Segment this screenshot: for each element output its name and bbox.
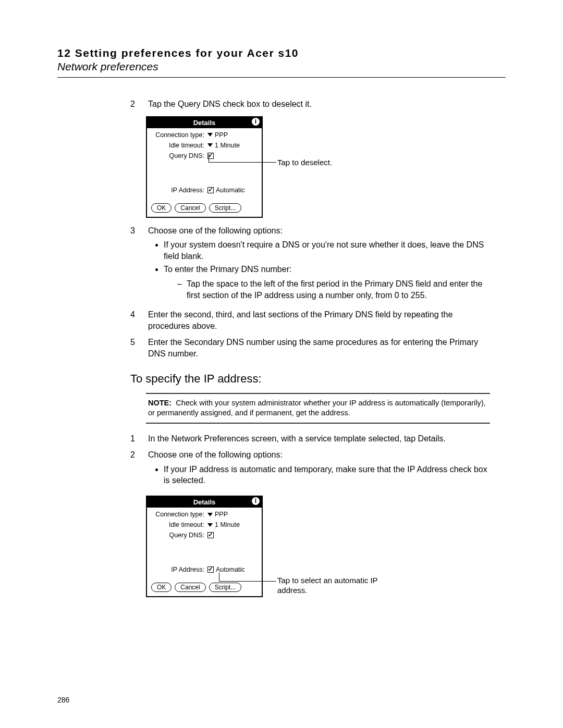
callout-lead: [219, 581, 276, 582]
info-icon[interactable]: i: [252, 497, 260, 505]
step-number: 3: [130, 225, 148, 304]
ip-address-checkbox[interactable]: [207, 566, 214, 573]
callout-lead: [219, 573, 219, 581]
script-button[interactable]: Script...: [209, 203, 242, 213]
connection-type-value: PPP: [215, 131, 228, 139]
list-item: To enter the Primary DNS number: Tap the…: [164, 264, 490, 301]
step-text: Choose one of the following options:: [148, 449, 490, 461]
step-text: In the Network Preferences screen, with …: [148, 433, 490, 445]
ip-address-checkbox[interactable]: [207, 187, 214, 193]
idle-timeout-dropdown[interactable]: 1 Minute: [207, 142, 240, 149]
step-2: 2 Tap the Query DNS check box to deselec…: [130, 98, 490, 110]
subheading: To specify the IP address:: [130, 372, 506, 386]
connection-type-dropdown[interactable]: PPP: [207, 511, 228, 518]
callout-lead: [209, 162, 276, 163]
step-5: 5 Enter the Secondary DNS number using t…: [130, 337, 490, 359]
list-item: If your system doesn't require a DNS or …: [164, 239, 490, 262]
step-text: Tap the Query DNS check box to deselect …: [148, 98, 490, 110]
idle-timeout-value: 1 Minute: [215, 142, 240, 149]
step-number: 4: [130, 309, 148, 331]
idle-timeout-dropdown[interactable]: 1 Minute: [207, 521, 240, 528]
ip-step-2: 2 Choose one of the following options: I…: [130, 449, 490, 489]
list-item: Tap the space to the left of the first p…: [177, 278, 490, 301]
step-number: 2: [130, 98, 148, 110]
query-dns-label: Query DNS:: [151, 532, 207, 539]
cancel-button[interactable]: Cancel: [175, 203, 205, 213]
section-title: Network preferences: [57, 60, 506, 73]
step-text: Enter the Secondary DNS number using the…: [148, 337, 490, 359]
dialog-title: Details i: [147, 117, 262, 128]
figure-callout: Tap to deselect.: [277, 158, 332, 168]
header-rule: [57, 77, 506, 78]
figure-details-dns: Details i Connection type: PPP Idle time…: [146, 116, 506, 218]
note-block: NOTE: Check with your system administrat…: [146, 393, 490, 424]
script-button[interactable]: Script...: [209, 583, 242, 592]
step-text: Enter the second, third, and last sectio…: [148, 309, 490, 331]
connection-type-label: Connection type:: [151, 131, 207, 139]
query-dns-label: Query DNS:: [151, 152, 207, 159]
ok-button[interactable]: OK: [151, 203, 172, 213]
ip-step-1: 1 In the Network Preferences screen, wit…: [130, 433, 490, 445]
step-number: 1: [130, 433, 148, 445]
figure-callout: Tap to select an automatic IP address.: [277, 576, 382, 596]
dropdown-icon: [207, 143, 213, 147]
step-number: 2: [130, 449, 148, 489]
idle-timeout-label: Idle timeout:: [151, 521, 207, 528]
dropdown-icon: [207, 523, 213, 527]
callout-lead: [209, 154, 209, 162]
chapter-title: 12 Setting preferences for your Acer s10: [57, 47, 506, 59]
query-dns-checkbox[interactable]: [207, 532, 214, 538]
info-icon[interactable]: i: [252, 118, 260, 126]
ip-address-label: IP Address:: [151, 187, 207, 194]
dialog-title-text: Details: [193, 498, 216, 506]
connection-type-label: Connection type:: [151, 511, 207, 518]
dropdown-icon: [207, 133, 213, 137]
ip-address-value: Automatic: [216, 187, 245, 194]
connection-type-value: PPP: [215, 511, 228, 518]
note-text: Check with your system administrator whe…: [148, 399, 486, 417]
dialog-title: Details i: [147, 497, 262, 508]
cancel-button[interactable]: Cancel: [175, 583, 205, 592]
ip-address-label: IP Address:: [151, 566, 207, 573]
ok-button[interactable]: OK: [151, 583, 172, 592]
idle-timeout-value: 1 Minute: [215, 521, 240, 528]
list-item: If your IP address is automatic and temp…: [164, 464, 490, 486]
list-item-text: To enter the Primary DNS number:: [164, 265, 291, 274]
note-label: NOTE:: [148, 399, 172, 407]
dialog-title-text: Details: [193, 119, 216, 127]
step-text: Choose one of the following options:: [148, 225, 490, 237]
step-4: 4 Enter the second, third, and last sect…: [130, 309, 490, 331]
step-number: 5: [130, 337, 148, 359]
connection-type-dropdown[interactable]: PPP: [207, 131, 228, 139]
step-3: 3 Choose one of the following options: I…: [130, 225, 490, 304]
ip-address-value: Automatic: [216, 566, 245, 573]
idle-timeout-label: Idle timeout:: [151, 142, 207, 149]
page-number: 286: [57, 696, 69, 704]
figure-details-ip: Details i Connection type: PPP Idle time…: [146, 496, 506, 597]
dropdown-icon: [207, 513, 213, 516]
